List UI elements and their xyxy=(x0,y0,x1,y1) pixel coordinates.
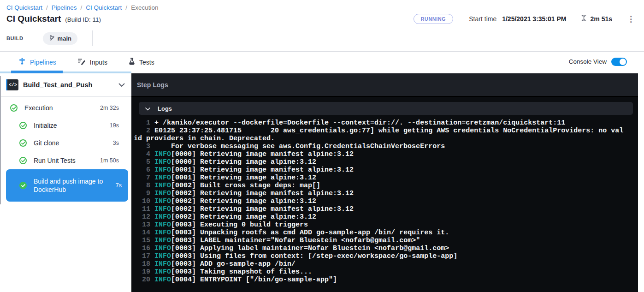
branch-tag[interactable]: main xyxy=(43,32,77,45)
log-line: 9 INFO[0002] Retrieving image manifest a… xyxy=(134,190,626,197)
log-line: 10 INFO[0002] Retrieving image alpine:3.… xyxy=(134,197,626,205)
step-duration: 2m 32s xyxy=(100,105,119,111)
log-line: 14 INFO[0003] Unpacking rootfs as cmd AD… xyxy=(134,229,626,237)
breadcrumb-pipelines[interactable]: Pipelines xyxy=(52,4,77,11)
log-line: 15 INFO[0003] LABEL maintainer="Nofar Bl… xyxy=(134,237,626,244)
log-line: 4 INFO[0000] Retrieving image manifest a… xyxy=(134,150,626,158)
log-line-number: 5 xyxy=(134,158,154,166)
step-initialize[interactable]: Initialize19s xyxy=(0,117,131,134)
log-level: INFO xyxy=(154,182,171,190)
kebab-menu-icon[interactable]: ⋮ xyxy=(625,14,637,24)
build-id: (Build ID: 11) xyxy=(65,16,101,23)
log-line: 5 INFO[0000] Retrieving image alpine:3.1… xyxy=(134,158,626,166)
log-line: 20 INFO[0004] ENTRYPOINT ["/bin/go-sampl… xyxy=(134,276,626,284)
log-level: INFO xyxy=(154,237,171,244)
inputs-edit-icon xyxy=(77,58,86,66)
step-list: Execution2m 32sInitialize19sGit clone3sR… xyxy=(0,97,131,202)
success-check-icon xyxy=(19,122,27,129)
log-level: INFO xyxy=(154,158,171,166)
step-label: Build and push image to DockerHub xyxy=(34,177,108,194)
log-line: 18 INFO[0003] ADD go-sample-app /bin/ xyxy=(134,260,626,268)
log-line: 2 E0125 23:37:25.481715 20 aws_credentia… xyxy=(134,127,626,143)
execution-sidebar: </> Build_Test_and_Push Execution2m 32sI… xyxy=(0,73,131,292)
breadcrumb-pipeline[interactable]: CI Quickstart xyxy=(86,4,122,11)
log-level: INFO xyxy=(154,268,171,276)
step-label: Initialize xyxy=(34,122,57,129)
log-level: INFO xyxy=(154,221,171,229)
step-duration: 7s xyxy=(116,182,122,189)
log-line-number: 12 xyxy=(134,213,154,221)
build-section-label: BUILD xyxy=(6,36,24,41)
log-line: 17 INFO[0003] Using files from context: … xyxy=(134,252,626,260)
logs-section-toggle[interactable]: Logs xyxy=(139,102,633,115)
log-line-number: 15 xyxy=(134,237,154,244)
stage-name: Build_Test_and_Push xyxy=(23,81,92,89)
log-line-number: 10 xyxy=(134,197,154,205)
log-line-number: 16 xyxy=(134,244,154,252)
branch-name: main xyxy=(58,35,71,42)
log-line-number: 3 xyxy=(134,143,154,150)
log-line-number: 13 xyxy=(134,221,154,229)
log-level: INFO xyxy=(154,190,171,197)
divider xyxy=(92,30,93,46)
flask-icon xyxy=(129,58,135,66)
log-line-number: 1 xyxy=(134,119,154,127)
log-level: INFO xyxy=(154,276,171,284)
console-view-toggle[interactable] xyxy=(611,58,627,66)
tab-label: Inputs xyxy=(90,59,107,66)
tab-tests[interactable]: Tests xyxy=(129,58,154,67)
logs-section-label: Logs xyxy=(158,105,172,112)
log-line-number: 4 xyxy=(134,150,154,158)
log-line-number: 7 xyxy=(134,174,154,182)
build-row: BUILD main xyxy=(6,30,93,46)
breadcrumb-separator: / xyxy=(125,4,127,11)
breadcrumb-separator: / xyxy=(81,4,83,11)
step-duration: 1m 50s xyxy=(100,157,119,164)
breadcrumb: CI Quickstart / Pipelines / CI Quickstar… xyxy=(6,4,158,11)
log-line: 1 + /kaniko/executor --dockerfile=Docker… xyxy=(134,119,626,127)
chevron-down-icon xyxy=(145,104,150,113)
log-level: INFO xyxy=(154,197,171,205)
step-duration: 3s xyxy=(113,140,119,146)
header: CI Quickstart / Pipelines / CI Quickstar… xyxy=(0,0,644,52)
tab-bar: Pipelines Inputs Tests Console View xyxy=(0,52,644,73)
step-run-unit-tests[interactable]: Run Unit Tests1m 50s xyxy=(0,152,131,169)
log-line-number: 20 xyxy=(134,276,154,284)
step-duration: 19s xyxy=(110,122,119,129)
main: </> Build_Test_and_Push Execution2m 32sI… xyxy=(0,73,644,292)
log-line-number: 2 xyxy=(134,127,154,135)
step-logs-header: Step Logs xyxy=(131,73,638,97)
log-line-number: 19 xyxy=(134,268,154,276)
success-check-icon xyxy=(10,104,18,112)
log-line-number: 9 xyxy=(134,190,154,197)
sidebar-scrollbar[interactable] xyxy=(0,76,1,204)
log-level: INFO xyxy=(154,229,171,237)
breadcrumb-project[interactable]: CI Quickstart xyxy=(6,4,42,11)
chevron-down-icon[interactable] xyxy=(118,81,125,89)
status-badge: RUNNING xyxy=(414,14,454,24)
log-level: INFO xyxy=(154,166,171,174)
log-level: INFO xyxy=(154,213,171,221)
success-check-icon xyxy=(19,157,27,164)
tab-inputs[interactable]: Inputs xyxy=(77,58,107,67)
log-line: 6 INFO[0001] Retrieving image manifest a… xyxy=(134,166,626,174)
tab-pipelines[interactable]: Pipelines xyxy=(18,58,56,67)
step-execution[interactable]: Execution2m 32s xyxy=(0,99,131,117)
step-label: Git clone xyxy=(34,139,59,147)
log-line-number: 8 xyxy=(134,182,154,190)
log-level: INFO xyxy=(154,252,171,260)
log-line: 8 INFO[0002] Built cross stage deps: map… xyxy=(134,182,626,190)
log-level: INFO xyxy=(154,174,171,182)
log-level: INFO xyxy=(154,150,171,158)
step-git-clone[interactable]: Git clone3s xyxy=(0,134,131,152)
step-build-and-push-image-to-dockerhub[interactable]: Build and push image to DockerHub7s xyxy=(6,169,128,202)
log-line: 11 INFO[0002] Retrieving image manifest … xyxy=(134,205,626,213)
tab-label: Pipelines xyxy=(30,59,56,66)
success-check-icon xyxy=(19,182,27,189)
tab-label: Tests xyxy=(139,59,154,66)
page-title: CI Quickstart xyxy=(6,14,61,24)
pipeline-execution-page: CI Quickstart / Pipelines / CI Quickstar… xyxy=(0,0,644,292)
start-time-label: Start time xyxy=(469,15,496,23)
title-row: CI Quickstart (Build ID: 11) RUNNING Sta… xyxy=(6,14,637,24)
stage-header[interactable]: </> Build_Test_and_Push xyxy=(0,73,131,96)
